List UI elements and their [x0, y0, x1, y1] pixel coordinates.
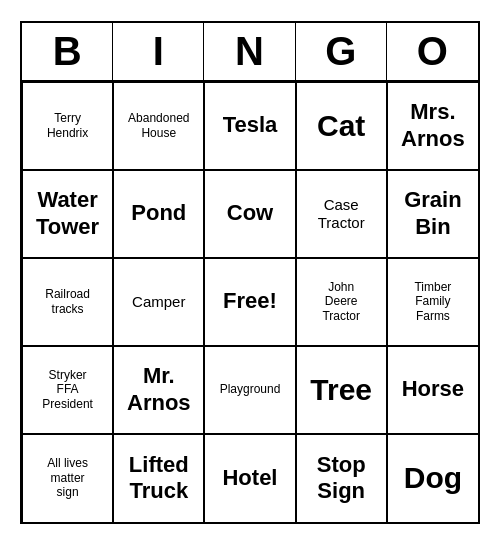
bingo-card: BINGO Terry HendrixAbandoned HouseTeslaC…: [20, 21, 480, 524]
cell-text: Stryker FFA President: [42, 368, 93, 411]
cell-text: Cat: [317, 108, 365, 144]
bingo-cell-r1-c3: Case Tractor: [296, 170, 387, 258]
cell-text: Mr. Arnos: [127, 363, 191, 416]
bingo-cell-r1-c4: Grain Bin: [387, 170, 478, 258]
bingo-cell-r4-c0: All lives matter sign: [22, 434, 113, 522]
cell-text: Camper: [132, 293, 185, 311]
header-letter-o: O: [387, 23, 478, 80]
header-letter-b: B: [22, 23, 113, 80]
cell-text: Cow: [227, 200, 273, 226]
bingo-cell-r2-c0: Railroad tracks: [22, 258, 113, 346]
bingo-cell-r2-c4: Timber Family Farms: [387, 258, 478, 346]
bingo-cell-r2-c3: John Deere Tractor: [296, 258, 387, 346]
bingo-cell-r4-c3: Stop Sign: [296, 434, 387, 522]
bingo-cell-r3-c1: Mr. Arnos: [113, 346, 204, 434]
cell-text: Free!: [223, 288, 277, 314]
bingo-cell-r4-c4: Dog: [387, 434, 478, 522]
bingo-cell-r0-c3: Cat: [296, 82, 387, 170]
bingo-header: BINGO: [22, 23, 478, 82]
cell-text: Dog: [404, 460, 462, 496]
cell-text: Tesla: [223, 112, 278, 138]
bingo-cell-r2-c2: Free!: [204, 258, 295, 346]
bingo-cell-r4-c1: Lifted Truck: [113, 434, 204, 522]
cell-text: Terry Hendrix: [47, 111, 88, 140]
bingo-cell-r0-c2: Tesla: [204, 82, 295, 170]
bingo-cell-r1-c2: Cow: [204, 170, 295, 258]
cell-text: Hotel: [222, 465, 277, 491]
cell-text: Abandoned House: [128, 111, 189, 140]
bingo-cell-r3-c0: Stryker FFA President: [22, 346, 113, 434]
bingo-cell-r0-c1: Abandoned House: [113, 82, 204, 170]
cell-text: Case Tractor: [318, 196, 365, 232]
bingo-cell-r3-c3: Tree: [296, 346, 387, 434]
cell-text: Mrs. Arnos: [401, 99, 465, 152]
cell-text: John Deere Tractor: [322, 280, 360, 323]
bingo-cell-r2-c1: Camper: [113, 258, 204, 346]
header-letter-i: I: [113, 23, 204, 80]
header-letter-n: N: [204, 23, 295, 80]
bingo-grid: Terry HendrixAbandoned HouseTeslaCatMrs.…: [22, 82, 478, 522]
cell-text: Railroad tracks: [45, 287, 90, 316]
cell-text: Lifted Truck: [129, 452, 189, 505]
bingo-cell-r0-c0: Terry Hendrix: [22, 82, 113, 170]
cell-text: Water Tower: [36, 187, 99, 240]
cell-text: Grain Bin: [404, 187, 461, 240]
header-letter-g: G: [296, 23, 387, 80]
bingo-cell-r3-c4: Horse: [387, 346, 478, 434]
cell-text: Tree: [310, 372, 372, 408]
bingo-cell-r3-c2: Playground: [204, 346, 295, 434]
cell-text: Stop Sign: [317, 452, 366, 505]
bingo-cell-r0-c4: Mrs. Arnos: [387, 82, 478, 170]
cell-text: Playground: [220, 382, 281, 396]
cell-text: All lives matter sign: [47, 456, 88, 499]
cell-text: Pond: [131, 200, 186, 226]
cell-text: Timber Family Farms: [414, 280, 451, 323]
cell-text: Horse: [402, 376, 464, 402]
bingo-cell-r4-c2: Hotel: [204, 434, 295, 522]
bingo-cell-r1-c1: Pond: [113, 170, 204, 258]
bingo-cell-r1-c0: Water Tower: [22, 170, 113, 258]
